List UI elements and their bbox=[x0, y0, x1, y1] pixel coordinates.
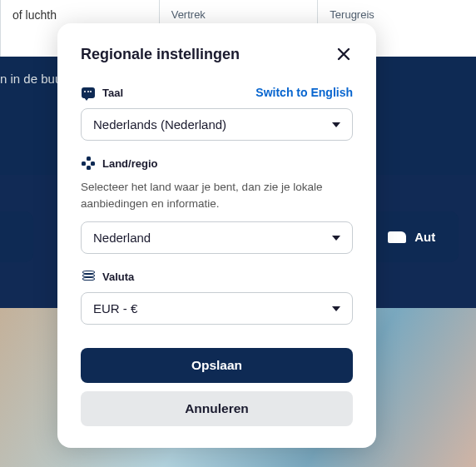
chevron-down-icon bbox=[332, 122, 340, 127]
regional-settings-modal: Regionale instellingen Taal Switch to En… bbox=[57, 23, 376, 448]
language-icon bbox=[81, 85, 96, 100]
modal-title: Regionale instellingen bbox=[81, 46, 240, 63]
close-icon bbox=[337, 47, 350, 61]
currency-select[interactable]: EUR - € bbox=[81, 292, 353, 325]
switch-to-english-link[interactable]: Switch to English bbox=[255, 86, 353, 99]
chevron-down-icon bbox=[332, 236, 340, 241]
currency-select-value: EUR - € bbox=[93, 301, 137, 315]
modal-header: Regionale instellingen bbox=[81, 45, 353, 63]
bg-field-label: Vertrek bbox=[171, 8, 306, 21]
region-section: Land/regio Selecteer het land waar je be… bbox=[81, 156, 353, 254]
language-label: Taal bbox=[102, 87, 123, 99]
car-icon bbox=[388, 231, 406, 243]
region-select-value: Nederland bbox=[93, 231, 151, 245]
region-header: Land/regio bbox=[81, 156, 353, 171]
language-header: Taal Switch to English bbox=[81, 85, 353, 100]
bg-field-label: Terugreis bbox=[330, 8, 464, 21]
save-button[interactable]: Opslaan bbox=[81, 348, 353, 383]
bg-tab-label: Aut bbox=[414, 230, 435, 244]
currency-section: Valuta EUR - € bbox=[81, 269, 353, 325]
globe-icon bbox=[81, 156, 96, 171]
region-description: Selecteer het land waar je bent, dan zie… bbox=[81, 179, 353, 211]
region-select[interactable]: Nederland bbox=[81, 221, 353, 254]
currency-icon bbox=[81, 269, 96, 284]
currency-label: Valuta bbox=[102, 271, 134, 283]
chevron-down-icon bbox=[332, 306, 340, 311]
cancel-button[interactable]: Annuleren bbox=[81, 391, 353, 426]
language-select[interactable]: Nederlands (Nederland) bbox=[81, 108, 353, 141]
bg-tab-left bbox=[0, 211, 33, 262]
language-section: Taal Switch to English Nederlands (Neder… bbox=[81, 85, 353, 141]
language-select-value: Nederlands (Nederland) bbox=[93, 117, 226, 132]
currency-header: Valuta bbox=[81, 269, 353, 284]
close-button[interactable] bbox=[335, 45, 353, 63]
bg-tab-car: Aut bbox=[364, 211, 459, 262]
region-label: Land/regio bbox=[102, 157, 157, 170]
bg-field-text: of luchth bbox=[12, 8, 147, 22]
